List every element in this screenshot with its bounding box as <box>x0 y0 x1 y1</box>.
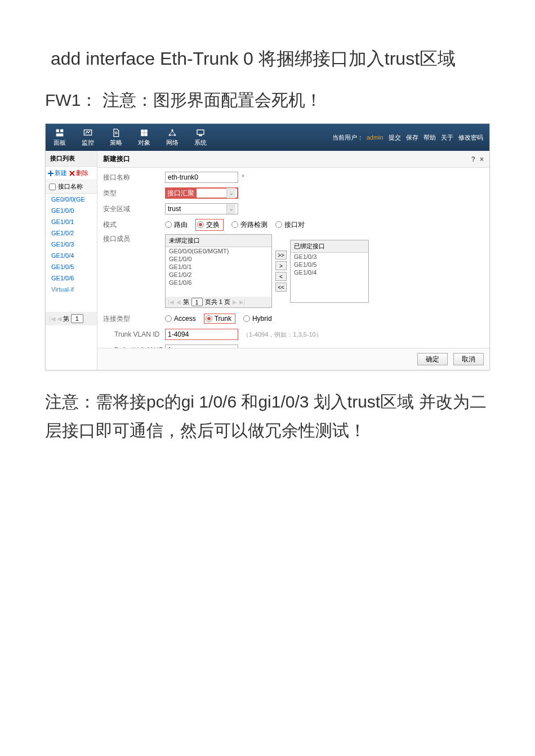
conn-trunk[interactable]: Trunk <box>206 315 231 323</box>
cancel-button[interactable]: 取消 <box>453 353 484 365</box>
nav-dashboard[interactable]: 面板 <box>46 126 74 149</box>
modal-title: 新建接口 <box>103 154 130 164</box>
policy-icon <box>111 128 121 137</box>
move-all-right[interactable]: >> <box>275 250 287 260</box>
nav-about[interactable]: 关于 <box>441 134 453 141</box>
ok-button[interactable]: 确定 <box>417 353 448 365</box>
monitor-icon <box>83 128 93 137</box>
unbound-listbox: 未绑定接口 GE0/0/0(GE0/MGMT) GE1/0/0 GE1/0/1 … <box>165 234 272 308</box>
type-select[interactable]: 接口汇聚 ⌄ <box>165 187 238 199</box>
app-window: 面板 监控 策略 对象 网络 系统 <box>45 123 490 370</box>
nav-monitor[interactable]: 监控 <box>74 126 102 149</box>
list-item[interactable]: GE1/0/4 <box>291 269 368 276</box>
conn-type-label: 连接类型 <box>103 314 165 324</box>
svg-rect-6 <box>141 129 144 132</box>
svg-line-14 <box>172 131 175 134</box>
mode-route[interactable]: 路由 <box>165 220 188 230</box>
doc-text-1: add interface Eth-Trunk 0 将捆绑接口加入trust区域 <box>51 45 490 72</box>
list-item[interactable]: GE1/0/6 <box>166 279 271 287</box>
delete-button[interactable]: 删除 <box>69 169 88 177</box>
nav-system[interactable]: 系统 <box>186 126 215 149</box>
sidebar-title: 接口列表 <box>46 151 97 167</box>
svg-point-11 <box>169 134 171 136</box>
svg-point-10 <box>172 129 173 131</box>
select-all-checkbox[interactable] <box>49 184 56 190</box>
nav-commit[interactable]: 提交 <box>389 134 401 141</box>
move-all-left[interactable]: << <box>275 283 287 292</box>
trunk-vlan-input[interactable] <box>165 329 238 340</box>
chevron-down-icon: ⌄ <box>226 188 235 198</box>
doc-text-3: 注意：需将接pc的gi 1/0/6 和gi1/0/3 划入trust区域 并改为… <box>45 387 490 445</box>
conn-access[interactable]: Access <box>165 315 196 323</box>
sidebar-iface-ge100[interactable]: GE1/0/0 <box>46 205 97 216</box>
help-icon[interactable]: ? <box>471 155 475 163</box>
list-item[interactable]: GE1/0/1 <box>166 263 271 271</box>
default-vlan-input[interactable] <box>165 345 238 348</box>
list-item[interactable]: GE1/0/0 <box>166 255 271 263</box>
move-left[interactable]: < <box>275 272 287 281</box>
close-icon[interactable]: × <box>480 155 484 163</box>
svg-rect-17 <box>199 135 202 136</box>
system-icon <box>195 128 206 137</box>
type-label: 类型 <box>103 189 165 198</box>
mode-label: 模式 <box>103 220 165 230</box>
modal: 新建接口 ? × 接口名称 * 类型 接口汇聚 ⌄ <box>97 151 489 370</box>
list-item[interactable]: GE1/0/2 <box>166 271 271 279</box>
svg-rect-0 <box>56 129 59 132</box>
trunk-vlan-hint: （1-4094，例如：1,3,5-10） <box>243 330 322 339</box>
sidebar-pager: |◀ ◀ 第 <box>46 312 97 325</box>
sidebar-iface-ge000[interactable]: GE0/0/0(GE <box>46 194 97 205</box>
pager-prev-icon[interactable]: ◀ <box>176 299 181 305</box>
sidebar-col-header: 接口名称 <box>46 180 97 194</box>
sidebar-iface-virtual[interactable]: Virtual-if <box>46 284 97 295</box>
nav-right: 当前用户：admin 提交 保存 帮助 关于 修改密码 <box>331 133 489 142</box>
conn-trunk-highlight: Trunk <box>204 314 235 324</box>
svg-point-12 <box>174 134 176 136</box>
svg-rect-8 <box>141 133 144 136</box>
sidebar-iface-ge103[interactable]: GE1/0/3 <box>46 239 97 250</box>
nav-object[interactable]: 对象 <box>130 126 158 149</box>
svg-line-13 <box>170 131 172 134</box>
pager-last-icon[interactable]: ▶| <box>239 299 246 305</box>
current-user: admin <box>367 134 384 141</box>
pager-next-icon[interactable]: ▶ <box>233 299 237 305</box>
list-item[interactable]: GE0/0/0(GE0/MGMT) <box>166 247 271 255</box>
sidebar-iface-ge104[interactable]: GE1/0/4 <box>46 250 97 261</box>
pager-first-icon[interactable]: |◀ <box>49 315 55 323</box>
dashboard-icon <box>55 128 65 137</box>
add-button[interactable]: 新建 <box>48 169 67 177</box>
conn-hybrid[interactable]: Hybrid <box>243 315 272 323</box>
iface-name-label: 接口名称 <box>103 173 165 182</box>
trunk-vlan-label: Trunk VLAN ID <box>103 330 165 338</box>
nav-chpwd[interactable]: 修改密码 <box>458 134 483 141</box>
chevron-down-icon: ⌄ <box>226 204 235 214</box>
nav-help[interactable]: 帮助 <box>423 134 436 141</box>
mode-switch-highlight: 交换 <box>195 219 224 231</box>
zone-select[interactable]: trust ⌄ <box>165 203 238 214</box>
sidebar: 接口列表 新建 删除 接口名称 GE0/0/0(GE GE1/0/0 GE1/0… <box>46 151 97 370</box>
svg-rect-1 <box>60 129 63 132</box>
list-item[interactable]: GE1/0/5 <box>291 261 368 269</box>
nav-network[interactable]: 网络 <box>158 126 186 149</box>
zone-label: 安全区域 <box>103 204 165 214</box>
svg-rect-2 <box>56 133 63 136</box>
move-right[interactable]: > <box>275 261 287 270</box>
sidebar-iface-ge106[interactable]: GE1/0/6 <box>46 272 97 284</box>
nav-policy[interactable]: 策略 <box>102 126 130 149</box>
sidebar-iface-ge102[interactable]: GE1/0/2 <box>46 227 97 239</box>
nav-save[interactable]: 保存 <box>406 134 418 141</box>
object-icon <box>139 128 149 137</box>
mode-bypass[interactable]: 旁路检测 <box>231 220 268 230</box>
sidebar-iface-ge101[interactable]: GE1/0/1 <box>46 216 97 227</box>
mode-pair[interactable]: 接口对 <box>275 220 305 230</box>
sidebar-page-input[interactable] <box>71 314 83 323</box>
iface-name-input[interactable] <box>165 172 238 183</box>
mode-switch[interactable]: 交换 <box>197 220 220 230</box>
pager-prev-icon[interactable]: ◀ <box>57 315 61 323</box>
doc-text-2: FW1： 注意：图形界面配置会死机！ <box>45 89 490 112</box>
left-page-input[interactable] <box>191 298 203 306</box>
pager-first-icon[interactable]: |◀ <box>168 299 174 305</box>
x-icon <box>69 171 75 176</box>
list-item[interactable]: GE1/0/3 <box>291 253 368 261</box>
sidebar-iface-ge105[interactable]: GE1/0/5 <box>46 261 97 272</box>
